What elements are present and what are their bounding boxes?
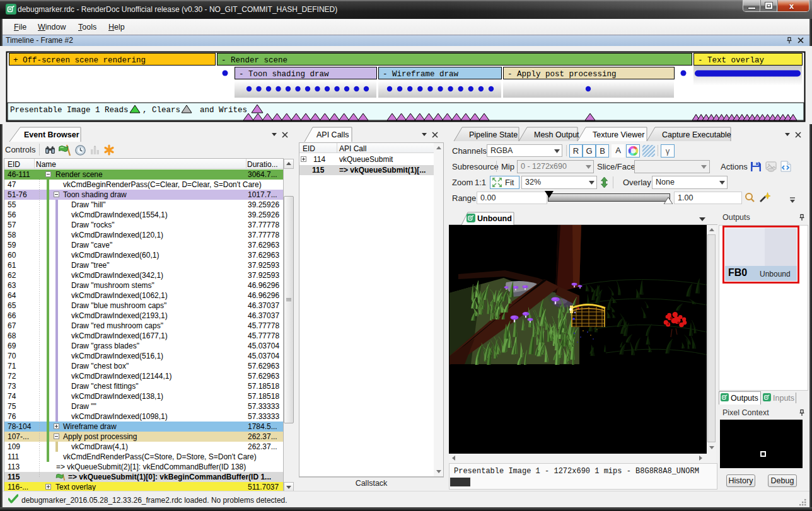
svg-text:Presentable Image 1 Reads: Presentable Image 1 Reads (10, 106, 129, 115)
svg-text:- Wireframe draw: - Wireframe draw (383, 70, 459, 79)
svg-text:API Calls: API Calls (316, 130, 349, 139)
svg-text:Pipeline State: Pipeline State (469, 130, 518, 139)
svg-text:Mesh Output: Mesh Output (534, 130, 579, 139)
svg-text:Texture Viewer: Texture Viewer (593, 130, 644, 139)
svg-text:Event Browser: Event Browser (24, 130, 79, 139)
svg-text:- Toon shading draw: - Toon shading draw (239, 70, 329, 79)
svg-text:- Text overlay: - Text overlay (698, 56, 765, 65)
svg-text:, Clears: , Clears (142, 106, 180, 115)
svg-text:- Apply post processing: - Apply post processing (508, 70, 617, 79)
svg-text:and Writes: and Writes (200, 106, 247, 115)
svg-text:Capture Executable: Capture Executable (662, 130, 731, 139)
svg-text:+ Off-screen scene rendering: + Off-screen scene rendering (13, 56, 146, 65)
svg-text:- Render scene: - Render scene (221, 56, 287, 65)
